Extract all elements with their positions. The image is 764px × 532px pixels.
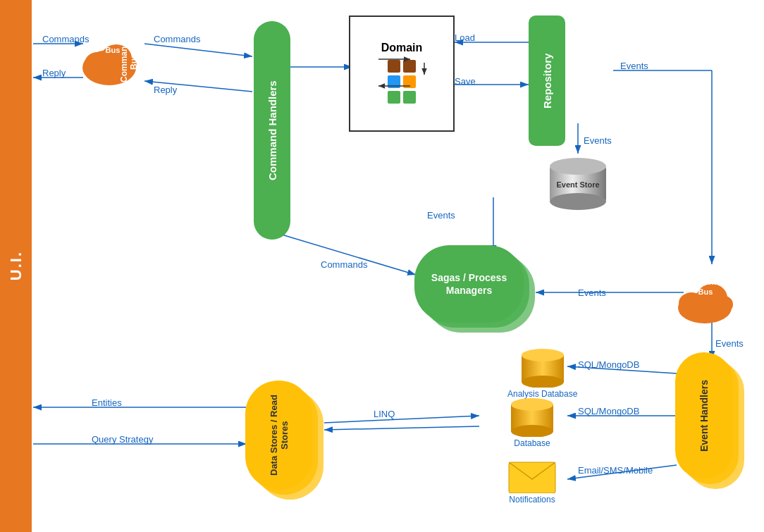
domain-box: Domain xyxy=(349,16,455,132)
label-email-sms: Email/SMS/Mobile xyxy=(578,465,653,476)
main-db-svg xyxy=(507,395,557,437)
ui-label: U.I. xyxy=(7,251,25,280)
notifications-svg xyxy=(507,457,557,493)
eh-front: Event Handlers xyxy=(675,352,733,479)
label-commands-sagas: Commands xyxy=(321,259,367,270)
label-load: Load xyxy=(455,32,475,43)
event-store: Event Store xyxy=(546,154,610,210)
command-bus-label: Command Bus xyxy=(97,41,161,83)
main-db-label: Database xyxy=(514,438,550,448)
label-events-eventbus: Events xyxy=(578,287,606,298)
svg-point-32 xyxy=(550,158,606,175)
main-db: Database xyxy=(507,395,557,448)
analysis-db-svg xyxy=(518,345,567,388)
command-handlers: Command Handlers xyxy=(254,21,290,240)
label-commands-cmdbus: Commands xyxy=(154,34,200,44)
notifications-label: Notifications xyxy=(509,495,555,505)
label-events-handlers: Events xyxy=(715,338,744,349)
event-bus-label: Event Bus xyxy=(691,277,720,297)
label-events-sagas: Events xyxy=(427,210,455,221)
label-commands-ui: Commands xyxy=(42,34,89,44)
label-reply-cmdhandler: Reply xyxy=(154,85,177,95)
svg-line-19 xyxy=(324,426,479,430)
label-query-strategy: Query Strategy xyxy=(92,434,153,445)
label-save: Save xyxy=(455,76,476,87)
analysis-db: Analysis Database xyxy=(507,345,577,399)
event-store-svg: Event Store xyxy=(546,154,610,210)
ds-front: Data Stores / Read Stores xyxy=(245,381,312,490)
repository: Repository xyxy=(529,16,565,146)
domain-arrows xyxy=(357,52,449,94)
svg-point-43 xyxy=(511,398,553,411)
label-events-right: Events xyxy=(620,61,648,71)
svg-text:Event Store: Event Store xyxy=(556,180,599,189)
data-stores-stack: Data Stores / Read Stores xyxy=(245,381,330,504)
svg-line-18 xyxy=(324,416,479,423)
event-handlers-stack: Event Handlers xyxy=(675,352,749,493)
ui-panel: U.I. xyxy=(0,0,32,532)
label-linq: LINQ xyxy=(374,409,395,419)
label-reply-ui: Reply xyxy=(42,68,66,78)
label-events-repo: Events xyxy=(584,135,612,146)
label-entities: Entities xyxy=(92,397,122,408)
label-sql-main: SQL/MongoDB xyxy=(578,406,639,416)
notifications: Notifications xyxy=(507,457,557,505)
svg-point-38 xyxy=(712,295,733,314)
sagas-front: Sagas / Process Managers xyxy=(414,245,524,323)
svg-point-33 xyxy=(550,193,606,210)
sagas-stack: Sagas / Process Managers xyxy=(414,245,538,337)
label-sql-analysis: SQL/MongoDB xyxy=(578,359,639,370)
sagas-label: Sagas / Process Managers xyxy=(414,264,524,304)
svg-point-40 xyxy=(522,349,564,361)
event-bus: Event Bus xyxy=(673,264,737,324)
diagram: U.I. Command Bus Command Bus Commands Re… xyxy=(0,0,764,532)
